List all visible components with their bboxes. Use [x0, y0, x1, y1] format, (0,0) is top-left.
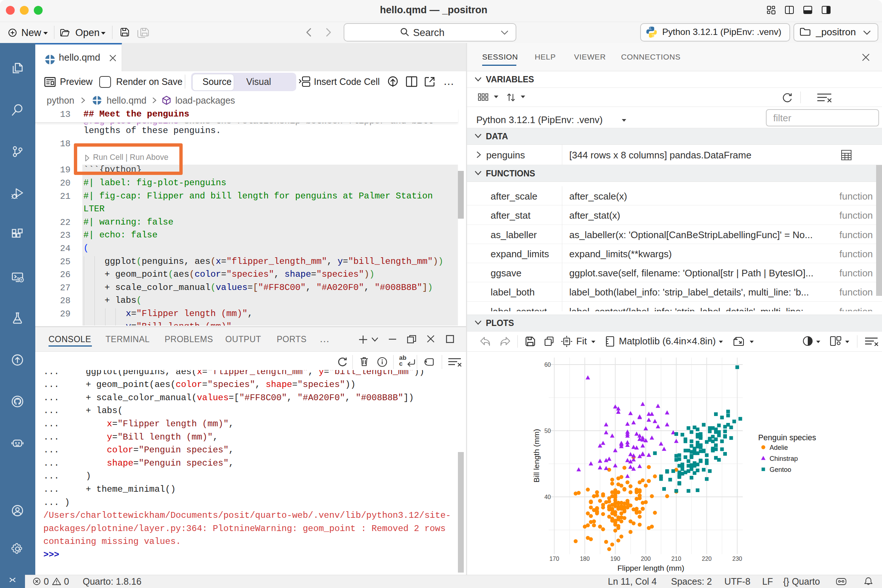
svg-text:Penguin species: Penguin species [758, 433, 816, 442]
svg-text:60: 60 [544, 362, 551, 368]
svg-text:40: 40 [544, 494, 551, 500]
svg-text:180: 180 [580, 556, 590, 562]
svg-text:Gentoo: Gentoo [770, 466, 791, 473]
svg-text:50: 50 [544, 428, 551, 434]
svg-text:200: 200 [641, 556, 651, 562]
svg-text:190: 190 [610, 556, 620, 562]
svg-text:Adelie: Adelie [770, 444, 788, 451]
svg-text:170: 170 [549, 556, 560, 562]
svg-text:210: 210 [671, 556, 681, 562]
svg-text:Chinstrap: Chinstrap [770, 455, 798, 462]
svg-text:220: 220 [702, 556, 712, 562]
svg-text:230: 230 [732, 556, 742, 562]
svg-text:Flipper length (mm): Flipper length (mm) [617, 564, 684, 572]
svg-text:Bill length (mm): Bill length (mm) [532, 429, 541, 483]
